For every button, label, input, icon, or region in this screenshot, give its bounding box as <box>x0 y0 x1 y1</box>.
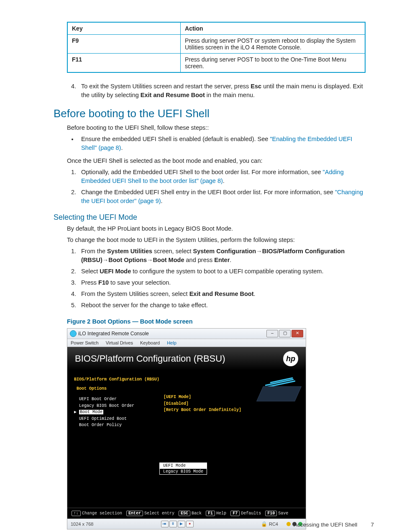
menu-boot-order-policy[interactable]: Boot Order Policy <box>79 422 159 429</box>
keycap-f1: F1 <box>206 511 215 516</box>
footer-section: Accessing the UEFI Shell <box>294 522 357 528</box>
th-action: Action <box>181 22 365 35</box>
window-controls: – ▢ ✕ <box>266 330 303 337</box>
rbsu-key-legend: ↑↓Change selection EnterSelect entry ESC… <box>67 508 306 519</box>
once-text: Once the UEFI Shell is selected as the b… <box>67 157 366 165</box>
table-row: F9 Press during server POST or system re… <box>67 35 365 54</box>
hp-icon <box>70 330 77 337</box>
list-item: Reboot the server for the change to take… <box>78 301 366 310</box>
cell-action: Press during server POST or system reboo… <box>181 35 365 54</box>
close-button[interactable]: ✕ <box>292 330 303 337</box>
keycap-f7: F7 <box>230 511 240 516</box>
minimize-button[interactable]: – <box>266 330 278 337</box>
breadcrumb-boot-options: Boot Options <box>77 386 159 392</box>
value-boot-mode: [UEFI Mode] <box>164 394 241 401</box>
keycap-f10: F10 <box>265 511 277 516</box>
menu-legacy-boot-order[interactable]: Legacy BIOS Boot Order <box>79 403 159 409</box>
menu-uefi-optimized-boot[interactable]: UEFI Optimized Boot <box>79 416 159 422</box>
once-steps: Optionally, add the Embedded UEFI Shell … <box>67 168 366 206</box>
window-titlebar: iLO Integrated Remote Console – ▢ ✕ <box>67 329 306 339</box>
status-rc4: RC4 <box>269 522 278 527</box>
hp-logo-icon: hp <box>283 351 298 366</box>
server-illustration <box>252 378 298 401</box>
menu-power-switch[interactable]: Power Switch <box>71 340 99 345</box>
menu-bar: Power Switch Virtual Drives Keyboard Hel… <box>67 339 306 347</box>
page-footer: Accessing the UEFI Shell 7 <box>294 522 374 528</box>
heading-before-booting: Before booting to the UEFI Shell <box>54 107 374 120</box>
menu-uefi-boot-order[interactable]: UEFI Boot Order <box>79 396 159 403</box>
status-resolution: 1024 x 768 <box>71 522 93 527</box>
menu-boot-mode[interactable]: Boot Mode <box>79 410 103 414</box>
list-item: From the System Utilities screen, select… <box>78 290 366 298</box>
window-title: iLO Integrated Remote Console <box>78 331 149 337</box>
menu-keyboard[interactable]: Keyboard <box>140 340 160 345</box>
keycap-esc: ESC <box>179 511 190 516</box>
key-action-table: Key Action F9 Press during server POST o… <box>67 22 366 73</box>
prereq-list: Ensure the embedded UEFI Shell is enable… <box>67 135 366 152</box>
list-item: Optionally, add the Embedded UEFI Shell … <box>78 168 366 185</box>
pause-button[interactable]: ⏸ <box>169 521 177 527</box>
cell-key: F9 <box>67 35 181 54</box>
keycap-enter: Enter <box>126 511 143 516</box>
exit-step-list: To exit the System Utilities screen and … <box>67 82 366 100</box>
change-text: To change the boot mode to UEFI in the S… <box>67 236 366 244</box>
playback-controls: ⏮ ⏸ ▶ ● <box>161 521 194 527</box>
menu-virtual-drives[interactable]: Virtual Drives <box>106 340 133 345</box>
cell-key: F11 <box>67 54 181 73</box>
keycap-arrows: ↑↓ <box>72 511 81 516</box>
list-item: Select UEFI Mode to configure the system… <box>78 267 366 276</box>
list-item: Ensure the embedded UEFI Shell is enable… <box>78 135 366 152</box>
table-row: F11 Press during server POST to boot to … <box>67 54 365 73</box>
play-button[interactable]: ▶ <box>178 521 185 527</box>
cell-action: Press during server POST to boot to the … <box>181 54 365 73</box>
menu-help[interactable]: Help <box>167 340 176 345</box>
value-uefi-optimized: [Disabled] <box>164 401 241 407</box>
figure-caption: Figure 2 Boot Options — Boot Mode screen <box>67 318 366 325</box>
rbsu-title: BIOS/Platform Configuration (RBSU) <box>75 353 225 364</box>
breadcrumb-rbsu: BIOS/Platform Configuration (RBSU) <box>74 376 159 383</box>
maximize-button[interactable]: ▢ <box>279 330 291 337</box>
list-item: From the System Utilities screen, select… <box>78 247 366 265</box>
rbsu-screen: BIOS/Platform Configuration (RBSU) hp BI… <box>67 347 306 519</box>
rewind-button[interactable]: ⏮ <box>161 521 169 527</box>
default-text: By default, the HP ProLiant boots in Leg… <box>67 224 366 233</box>
status-bar: 1024 x 768 ⏮ ⏸ ▶ ● 🔒 RC4 <box>67 519 306 529</box>
lock-icon: 🔒 <box>261 521 267 527</box>
uefi-steps: From the System Utilities screen, select… <box>67 247 366 310</box>
popup-option-uefi[interactable]: UEFI Mode <box>160 463 207 469</box>
status-led-yellow <box>286 522 291 526</box>
selection-marker-icon: ▶ <box>74 410 77 414</box>
intro-text: Before booting to the UEFI Shell, follow… <box>67 123 366 132</box>
ilo-console-window: iLO Integrated Remote Console – ▢ ✕ Powe… <box>67 328 306 529</box>
heading-selecting-uefi: Selecting the UEFI Mode <box>54 213 374 222</box>
record-button[interactable]: ● <box>186 521 194 527</box>
boot-mode-popup: UEFI Mode Legacy BIOS Mode <box>159 463 207 475</box>
popup-option-legacy[interactable]: Legacy BIOS Mode <box>160 469 207 474</box>
list-item: Press F10 to save your selection. <box>78 278 366 287</box>
page-number: 7 <box>364 522 374 528</box>
list-item: Change the Embedded UEFI Shell entry in … <box>78 188 366 206</box>
list-item: To exit the System Utilities screen and … <box>78 82 366 100</box>
value-boot-order-policy: [Retry Boot Order Indefinitely] <box>164 407 241 414</box>
th-key: Key <box>67 22 181 35</box>
